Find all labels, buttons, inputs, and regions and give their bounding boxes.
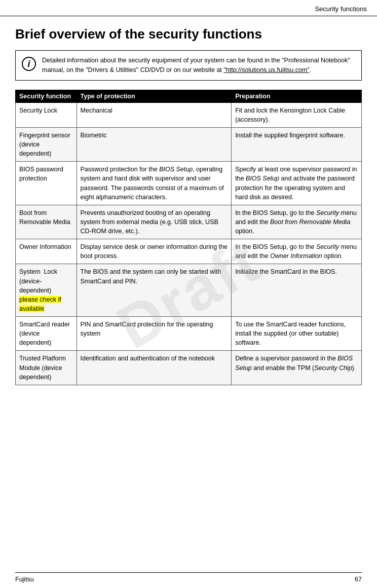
cell-protection: Password protection for the BIOS Setup, … [77, 162, 232, 205]
col-header-protection: Type of protection [77, 90, 232, 102]
table-row: Owner Information Display service desk o… [16, 239, 362, 264]
page-title: Brief overview of the security functions [15, 26, 362, 42]
table-row: Fingerprint sensor (device dependent) Bi… [16, 127, 362, 161]
info-link[interactable]: "http://solutions.us.fujitsu.com" [223, 66, 309, 74]
cell-function: SmartCard reader (device dependent) [16, 317, 77, 351]
cell-protection: Prevents unauthorized booting of an oper… [77, 205, 232, 239]
page-header: Security functions [0, 0, 377, 16]
cell-protection: Mechanical [77, 102, 232, 127]
page-container: Draft Security functions Brief overview … [0, 0, 377, 588]
table-row: Security Lock Mechanical Fit and lock th… [16, 102, 362, 127]
col-header-function: Security function [16, 90, 77, 102]
cell-protection: Display service desk or owner informatio… [77, 239, 232, 264]
cell-preparation: Specify at least one supervisor password… [232, 162, 362, 205]
cell-preparation: To use the SmartCard reader functions, i… [232, 317, 362, 351]
table-row: Boot from Removable Media Prevents unaut… [16, 205, 362, 239]
main-content: Brief overview of the security functions… [0, 21, 377, 406]
info-box: i Detailed information about the securit… [15, 50, 362, 81]
table-row: SmartCard reader (device dependent) PIN … [16, 317, 362, 351]
footer-left: Fujitsu [15, 576, 34, 583]
cell-preparation: Initialize the SmartCard in the BIOS. [232, 264, 362, 317]
info-text-end: . [310, 66, 311, 74]
security-table: Security function Type of protection Pre… [15, 90, 362, 385]
cell-protection: The BIOS and the system can only be star… [77, 264, 232, 317]
cell-function: Fingerprint sensor (device dependent) [16, 127, 77, 161]
table-row: System Lock (device-dependent) please ch… [16, 264, 362, 317]
cell-function: BIOS password protection [16, 162, 77, 205]
cell-function: Security Lock [16, 102, 77, 127]
table-row: BIOS password protection Password protec… [16, 162, 362, 205]
cell-protection: PIN and SmartCard protection for the ope… [77, 317, 232, 351]
cell-protection: Identification and authentication of the… [77, 351, 232, 385]
cell-function: Trusted Platform Module (device dependen… [16, 351, 77, 385]
cell-function: Owner Information [16, 239, 77, 264]
table-row: Trusted Platform Module (device dependen… [16, 351, 362, 385]
cell-preparation: Fit and lock the Kensington Lock Cable (… [232, 102, 362, 127]
footer-right: 67 [355, 576, 362, 583]
col-header-preparation: Preparation [232, 90, 362, 102]
cell-preparation: Define a supervisor password in the BIOS… [232, 351, 362, 385]
cell-function: Boot from Removable Media [16, 205, 77, 239]
cell-preparation: In the BIOS Setup, go to the Security me… [232, 205, 362, 239]
cell-function: System Lock (device-dependent) please ch… [16, 264, 77, 317]
info-icon: i [22, 57, 36, 71]
cell-protection: Biometric [77, 127, 232, 161]
cell-preparation: Install the supplied fingerprint softwar… [232, 127, 362, 161]
table-header-row: Security function Type of protection Pre… [16, 90, 362, 102]
cell-preparation: In the BIOS Setup, go to the Security me… [232, 239, 362, 264]
header-title: Security functions [315, 5, 367, 13]
info-text: Detailed information about the security … [42, 56, 355, 75]
page-footer: Fujitsu 67 [15, 572, 362, 583]
highlight-note: please check if available [19, 296, 61, 312]
